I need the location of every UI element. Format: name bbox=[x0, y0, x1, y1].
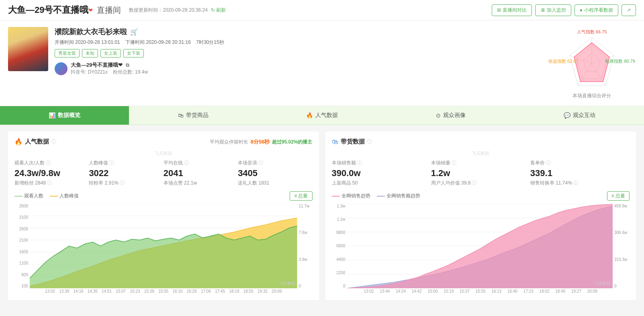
tab-overview[interactable]: 📊 数据概览 bbox=[0, 106, 129, 125]
page-title: 大鱼—29号不直播哦 bbox=[8, 4, 88, 16]
metric-sales-amount: 本场销售额 ⓘ 390.0w 上架商品 50 bbox=[332, 160, 431, 187]
popularity-y-labels: 3500 3100 2600 2100 1600 1100 600 100 bbox=[14, 204, 30, 288]
popularity-legend: 观看人数 人数峰值 ≡ 总量 bbox=[14, 191, 313, 201]
goods-svg bbox=[347, 204, 613, 288]
popularity-y-right: 11.7w 7.8w 3.9w 0 bbox=[297, 204, 313, 288]
radar-overall: 本场直播综合评分 bbox=[548, 92, 636, 99]
watermark-popularity: 飞瓜数据 bbox=[14, 150, 313, 156]
tab-interaction[interactable]: 💬 观众互动 bbox=[515, 106, 644, 125]
legend-amount-trend: 全网销售额趋势 bbox=[377, 193, 420, 199]
popularity-chart-wrapper: 3500 3100 2600 2100 1600 1100 600 100 bbox=[14, 204, 313, 288]
popularity-svg bbox=[30, 204, 297, 288]
goods-metrics: 本场销售额 ⓘ 390.0w 上架商品 50 本场销量 ⓘ 1.2w 用户人均价… bbox=[332, 160, 630, 187]
bar-chart-icon: 📊 bbox=[49, 112, 55, 119]
bag-icon-panel: 🛍 bbox=[332, 138, 338, 146]
tag-male-female: 男装女装 bbox=[55, 49, 80, 57]
info-icon-newfans[interactable]: ⓘ bbox=[47, 180, 52, 187]
heart-icon: ❤ bbox=[88, 7, 93, 13]
miniprogram-icon: ● bbox=[580, 7, 583, 13]
info-icon-unitprice[interactable]: ⓘ bbox=[546, 160, 551, 166]
info-icon-count[interactable]: ⓘ bbox=[452, 160, 456, 166]
info-icon-wave[interactable]: ⓘ bbox=[258, 160, 263, 166]
popularity-x-labels: 13:02 13:39 14:16 14:35 14:51 15:07 15:2… bbox=[14, 288, 313, 293]
monitor-button[interactable]: 🖥 加入监控 bbox=[535, 4, 571, 16]
monitor-icon: 🖥 bbox=[540, 7, 545, 13]
goods-panel: 🛍 带货数据 ⓘ 飞瓜数据 本场销售额 ⓘ 390.0w 上架商品 50 本场销… bbox=[325, 131, 636, 300]
popularity-total-btn[interactable]: ≡ 总量 bbox=[290, 191, 312, 201]
goods-total-btn[interactable]: ≡ 总量 bbox=[607, 191, 630, 201]
header: 大鱼—29号不直播哦 ❤ 直播间 数据更新时间：2020-09-28 20:36… bbox=[0, 0, 644, 21]
audience-icon: ⊙ bbox=[436, 112, 441, 119]
popularity-panel: 🔥 人气数据 ⓘ 平均观众停留时长 8分56秒 超过95.02%的播主 飞瓜数据… bbox=[8, 131, 319, 300]
share-button[interactable]: ↗ bbox=[622, 4, 636, 16]
info-icon-goods[interactable]: ⓘ bbox=[367, 138, 372, 145]
legend-views-line bbox=[14, 196, 22, 197]
info-icon-popularity[interactable]: ⓘ bbox=[51, 138, 56, 145]
radar-revenue: 收益指数 62.67 bbox=[548, 58, 579, 64]
legend-amount-line bbox=[377, 196, 385, 197]
fire-icon-panel: 🔥 bbox=[14, 138, 22, 146]
metric-audio-wave: 本场音浪 ⓘ 3405 送礼人数 1831 bbox=[238, 160, 312, 187]
refresh-button[interactable]: ↻ 刷新 bbox=[211, 7, 226, 14]
chart-watermark-popularity: 飞瓜教程 bbox=[279, 281, 295, 286]
info-icon-convert[interactable]: ⓘ bbox=[120, 180, 125, 187]
info-icon-sales[interactable]: ⓘ bbox=[357, 160, 362, 166]
copy-icon[interactable]: ⧉ bbox=[126, 62, 129, 68]
miniprogram-button[interactable]: ● 小程序看数据 bbox=[574, 4, 618, 16]
goods-chart-area: 飞瓜教程 bbox=[347, 204, 613, 288]
live-label: 直播间 bbox=[97, 5, 121, 16]
radar-ecommerce: 电商指数 80.79 bbox=[605, 58, 635, 64]
tab-goods[interactable]: 🛍 带货商品 bbox=[129, 106, 258, 125]
tag-female-bottom: 女下装 bbox=[123, 49, 144, 57]
profile-section: 濮院新款大衣毛衫来啦 🛒 开播时间 2020-09-28 13:01:01 下播… bbox=[0, 21, 644, 106]
avg-stay-label: 平均观众停留时长 8分56秒 超过95.02%的播主 bbox=[210, 138, 312, 146]
info-icon-avgonline[interactable]: ⓘ bbox=[184, 160, 189, 166]
tag-female-top: 女上装 bbox=[100, 49, 121, 57]
radar-popularity: 人气指数 66.75 bbox=[577, 29, 607, 35]
goods-chart-wrapper: 1.3w 1.1w 8800 6600 4400 2200 0 bbox=[332, 204, 630, 288]
author-name: 大鱼—29号不直播哦❤ ⧉ bbox=[71, 62, 148, 69]
goods-y-labels: 1.3w 1.1w 8800 6600 4400 2200 0 bbox=[332, 204, 347, 288]
metric-avg-online: 平均在线 ⓘ 2041 本场点赞 22.1w bbox=[164, 160, 238, 187]
info-icon-convert-rate[interactable]: ⓘ bbox=[573, 180, 578, 187]
interaction-icon: 💬 bbox=[564, 112, 570, 119]
metric-unit-price: 客单价 ⓘ 339.1 销售转换率 11.74% ⓘ bbox=[530, 160, 630, 187]
goods-legend: 全网销售趋势 全网销售额趋势 ≡ 总量 bbox=[332, 191, 630, 201]
header-actions: ⊞ 直播间对比 🖥 加入监控 ● 小程序看数据 ↗ bbox=[492, 4, 636, 16]
goods-y-right: 459.9w 306.6w 153.3w 0 bbox=[613, 204, 630, 288]
legend-sales-line bbox=[332, 196, 340, 197]
author-avatar bbox=[55, 62, 67, 75]
compare-button[interactable]: ⊞ 直播间对比 bbox=[492, 4, 532, 16]
legend-peak: 人数峰值 bbox=[50, 193, 79, 199]
legend-views: 观看人数 bbox=[14, 193, 43, 199]
stream-times: 开播时间 2020-09-28 13:01:01 下播时间 2020-09-28… bbox=[55, 39, 548, 46]
tag-unknown: 未知 bbox=[82, 49, 98, 57]
profile-image bbox=[8, 27, 48, 71]
info-icon-avgval[interactable]: ⓘ bbox=[472, 180, 476, 187]
update-time: 数据更新时间：2020-09-28 20:36:24 bbox=[129, 7, 207, 14]
metric-views: 观看人次/人数 ⓘ 24.3w/9.8w 新增粉丝 2849 ⓘ bbox=[14, 160, 89, 187]
goods-header: 🛍 带货数据 ⓘ bbox=[332, 138, 630, 146]
popularity-chart-area: 飞瓜教程 bbox=[30, 204, 297, 288]
legend-peak-line bbox=[50, 196, 58, 197]
tab-audience[interactable]: ⊙ 观众画像 bbox=[386, 106, 515, 125]
popularity-metrics: 观看人次/人数 ⓘ 24.3w/9.8w 新增粉丝 2849 ⓘ 人数峰值 ⓘ … bbox=[14, 160, 313, 187]
chart-watermark-goods: 飞瓜教程 bbox=[595, 281, 611, 286]
info-icon-views[interactable]: ⓘ bbox=[46, 160, 51, 166]
share-icon: ↗ bbox=[627, 7, 631, 13]
author-info: 大鱼—29号不直播哦❤ ⧉ 抖音号: DY0221x 粉丝总数: 19.4w bbox=[55, 62, 548, 76]
compare-icon: ⊞ bbox=[497, 7, 501, 13]
tabs: 📊 数据概览 🛍 带货商品 🔥 人气数据 ⊙ 观众画像 💬 观众互动 bbox=[0, 106, 644, 125]
tab-popularity[interactable]: 🔥 人气数据 bbox=[258, 106, 386, 125]
radar-section: 人气指数 66.75 收益指数 62.67 电商指数 80.79 本场直播综合评… bbox=[548, 27, 636, 99]
main-content: 🔥 人气数据 ⓘ 平均观众停留时长 8分56秒 超过95.02%的播主 飞瓜数据… bbox=[0, 125, 644, 306]
info-icon-peak[interactable]: ⓘ bbox=[109, 160, 114, 166]
legend-sales-trend: 全网销售趋势 bbox=[332, 193, 370, 199]
watermark-goods: 飞瓜数据 bbox=[332, 150, 630, 156]
author-detail: 抖音号: DY0221x 粉丝总数: 19.4w bbox=[71, 69, 148, 76]
popularity-header: 🔥 人气数据 ⓘ 平均观众停留时长 8分56秒 超过95.02%的播主 bbox=[14, 138, 313, 146]
profile-tags: 男装女装 未知 女上装 女下装 bbox=[55, 49, 548, 57]
bag-icon: 🛍 bbox=[178, 112, 184, 119]
profile-info: 濮院新款大衣毛衫来啦 🛒 开播时间 2020-09-28 13:01:01 下播… bbox=[55, 27, 548, 99]
goods-x-labels: 13:02 13:44 14:24 14:42 15:00 15:19 15:3… bbox=[332, 288, 630, 293]
